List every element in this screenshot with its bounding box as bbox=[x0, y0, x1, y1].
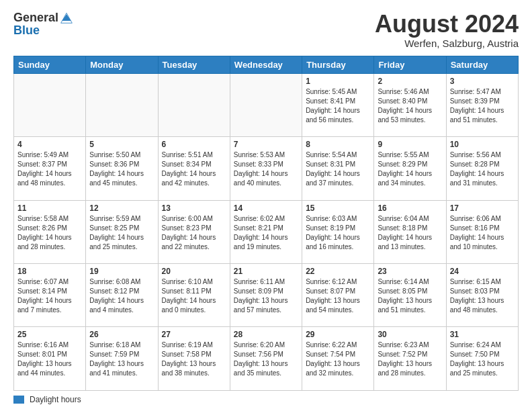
table-row: 14Sunrise: 6:02 AM Sunset: 8:21 PM Dayli… bbox=[230, 200, 302, 263]
logo-blue-text: Blue bbox=[13, 24, 40, 37]
day-number: 24 bbox=[450, 267, 515, 276]
day-number: 5 bbox=[89, 140, 154, 149]
table-row: 6Sunrise: 5:51 AM Sunset: 8:34 PM Daylig… bbox=[158, 137, 230, 200]
table-row: 12Sunrise: 5:59 AM Sunset: 8:25 PM Dayli… bbox=[86, 200, 158, 263]
calendar-week-row: 4Sunrise: 5:49 AM Sunset: 8:37 PM Daylig… bbox=[14, 137, 519, 200]
day-info: Sunrise: 6:12 AM Sunset: 8:07 PM Dayligh… bbox=[306, 277, 370, 315]
day-info: Sunrise: 5:59 AM Sunset: 8:25 PM Dayligh… bbox=[89, 214, 154, 252]
table-row: 13Sunrise: 6:00 AM Sunset: 8:23 PM Dayli… bbox=[158, 200, 230, 263]
page: General Blue August 2024 Werfen, Salzbur… bbox=[0, 0, 532, 411]
table-row: 8Sunrise: 5:54 AM Sunset: 8:31 PM Daylig… bbox=[302, 137, 374, 200]
calendar-table: Sunday Monday Tuesday Wednesday Thursday… bbox=[13, 56, 519, 391]
day-info: Sunrise: 5:58 AM Sunset: 8:26 PM Dayligh… bbox=[17, 214, 82, 252]
table-row: 28Sunrise: 6:20 AM Sunset: 7:56 PM Dayli… bbox=[230, 327, 302, 391]
col-friday: Friday bbox=[374, 56, 446, 73]
table-row: 2Sunrise: 5:46 AM Sunset: 8:40 PM Daylig… bbox=[374, 73, 446, 136]
day-number: 3 bbox=[450, 77, 515, 86]
table-row bbox=[86, 73, 158, 136]
table-row: 18Sunrise: 6:07 AM Sunset: 8:14 PM Dayli… bbox=[14, 264, 86, 327]
day-number: 23 bbox=[378, 267, 442, 276]
table-row: 21Sunrise: 6:11 AM Sunset: 8:09 PM Dayli… bbox=[230, 264, 302, 327]
day-number: 14 bbox=[234, 203, 298, 213]
day-info: Sunrise: 6:02 AM Sunset: 8:21 PM Dayligh… bbox=[234, 214, 298, 252]
day-info: Sunrise: 5:45 AM Sunset: 8:41 PM Dayligh… bbox=[306, 87, 370, 125]
col-saturday: Saturday bbox=[446, 56, 518, 73]
table-row: 5Sunrise: 5:50 AM Sunset: 8:36 PM Daylig… bbox=[86, 137, 158, 200]
calendar-week-row: 25Sunrise: 6:16 AM Sunset: 8:01 PM Dayli… bbox=[14, 327, 519, 391]
table-row: 25Sunrise: 6:16 AM Sunset: 8:01 PM Dayli… bbox=[14, 327, 86, 391]
day-info: Sunrise: 5:49 AM Sunset: 8:37 PM Dayligh… bbox=[17, 150, 82, 188]
svg-marker-0 bbox=[62, 14, 71, 21]
day-info: Sunrise: 5:55 AM Sunset: 8:29 PM Dayligh… bbox=[378, 150, 442, 188]
header: General Blue August 2024 Werfen, Salzbur… bbox=[13, 11, 519, 49]
day-info: Sunrise: 6:19 AM Sunset: 7:58 PM Dayligh… bbox=[162, 340, 226, 378]
table-row: 17Sunrise: 6:06 AM Sunset: 8:16 PM Dayli… bbox=[446, 200, 518, 263]
day-number: 2 bbox=[378, 77, 442, 86]
day-number: 28 bbox=[234, 330, 298, 339]
day-info: Sunrise: 5:50 AM Sunset: 8:36 PM Dayligh… bbox=[89, 150, 154, 188]
day-info: Sunrise: 6:16 AM Sunset: 8:01 PM Dayligh… bbox=[17, 340, 82, 378]
table-row: 26Sunrise: 6:18 AM Sunset: 7:59 PM Dayli… bbox=[86, 327, 158, 391]
table-row: 22Sunrise: 6:12 AM Sunset: 8:07 PM Dayli… bbox=[302, 264, 374, 327]
table-row: 1Sunrise: 5:45 AM Sunset: 8:41 PM Daylig… bbox=[302, 73, 374, 136]
day-number: 12 bbox=[89, 203, 154, 213]
calendar-week-row: 1Sunrise: 5:45 AM Sunset: 8:41 PM Daylig… bbox=[14, 73, 519, 136]
day-number: 7 bbox=[234, 140, 298, 149]
day-info: Sunrise: 6:15 AM Sunset: 8:03 PM Dayligh… bbox=[450, 277, 515, 315]
table-row: 16Sunrise: 6:04 AM Sunset: 8:18 PM Dayli… bbox=[374, 200, 446, 263]
day-info: Sunrise: 5:54 AM Sunset: 8:31 PM Dayligh… bbox=[306, 150, 370, 188]
day-info: Sunrise: 5:56 AM Sunset: 8:28 PM Dayligh… bbox=[450, 150, 515, 188]
col-sunday: Sunday bbox=[14, 56, 86, 73]
day-number: 10 bbox=[450, 140, 515, 149]
day-number: 19 bbox=[89, 267, 154, 276]
logo-icon bbox=[60, 11, 73, 24]
col-wednesday: Wednesday bbox=[230, 56, 302, 73]
day-info: Sunrise: 6:11 AM Sunset: 8:09 PM Dayligh… bbox=[234, 277, 298, 315]
calendar-week-row: 18Sunrise: 6:07 AM Sunset: 8:14 PM Dayli… bbox=[14, 264, 519, 327]
month-year-title: August 2024 bbox=[375, 11, 519, 38]
day-info: Sunrise: 6:04 AM Sunset: 8:18 PM Dayligh… bbox=[378, 214, 442, 252]
day-info: Sunrise: 6:24 AM Sunset: 7:50 PM Dayligh… bbox=[450, 340, 515, 378]
day-number: 6 bbox=[162, 140, 226, 149]
col-monday: Monday bbox=[86, 56, 158, 73]
day-number: 26 bbox=[89, 330, 154, 339]
day-info: Sunrise: 6:10 AM Sunset: 8:11 PM Dayligh… bbox=[162, 277, 226, 315]
col-thursday: Thursday bbox=[302, 56, 374, 73]
logo: General Blue bbox=[13, 11, 73, 37]
day-number: 25 bbox=[17, 330, 82, 339]
day-number: 16 bbox=[378, 203, 442, 213]
day-number: 29 bbox=[306, 330, 370, 339]
legend-color-box bbox=[13, 396, 24, 404]
table-row: 4Sunrise: 5:49 AM Sunset: 8:37 PM Daylig… bbox=[14, 137, 86, 200]
day-number: 20 bbox=[162, 267, 226, 276]
day-number: 18 bbox=[17, 267, 82, 276]
day-number: 1 bbox=[306, 77, 370, 86]
calendar-header-row: Sunday Monday Tuesday Wednesday Thursday… bbox=[14, 56, 519, 73]
table-row: 19Sunrise: 6:08 AM Sunset: 8:12 PM Dayli… bbox=[86, 264, 158, 327]
day-number: 13 bbox=[162, 203, 226, 213]
day-number: 11 bbox=[17, 203, 82, 213]
day-number: 31 bbox=[450, 330, 515, 339]
table-row: 9Sunrise: 5:55 AM Sunset: 8:29 PM Daylig… bbox=[374, 137, 446, 200]
table-row: 20Sunrise: 6:10 AM Sunset: 8:11 PM Dayli… bbox=[158, 264, 230, 327]
day-number: 4 bbox=[17, 140, 82, 149]
legend-label: Daylight hours bbox=[30, 395, 81, 404]
day-number: 21 bbox=[234, 267, 298, 276]
day-info: Sunrise: 5:46 AM Sunset: 8:40 PM Dayligh… bbox=[378, 87, 442, 125]
day-number: 8 bbox=[306, 140, 370, 149]
day-info: Sunrise: 6:23 AM Sunset: 7:52 PM Dayligh… bbox=[378, 340, 442, 378]
table-row: 29Sunrise: 6:22 AM Sunset: 7:54 PM Dayli… bbox=[302, 327, 374, 391]
day-number: 9 bbox=[378, 140, 442, 149]
day-info: Sunrise: 6:22 AM Sunset: 7:54 PM Dayligh… bbox=[306, 340, 370, 378]
day-info: Sunrise: 6:03 AM Sunset: 8:19 PM Dayligh… bbox=[306, 214, 370, 252]
table-row: 11Sunrise: 5:58 AM Sunset: 8:26 PM Dayli… bbox=[14, 200, 86, 263]
day-number: 27 bbox=[162, 330, 226, 339]
title-block: August 2024 Werfen, Salzburg, Austria bbox=[375, 11, 519, 49]
table-row: 7Sunrise: 5:53 AM Sunset: 8:33 PM Daylig… bbox=[230, 137, 302, 200]
day-info: Sunrise: 5:47 AM Sunset: 8:39 PM Dayligh… bbox=[450, 87, 515, 125]
day-info: Sunrise: 6:00 AM Sunset: 8:23 PM Dayligh… bbox=[162, 214, 226, 252]
day-number: 30 bbox=[378, 330, 442, 339]
day-info: Sunrise: 5:51 AM Sunset: 8:34 PM Dayligh… bbox=[162, 150, 226, 188]
table-row bbox=[14, 73, 86, 136]
day-number: 22 bbox=[306, 267, 370, 276]
